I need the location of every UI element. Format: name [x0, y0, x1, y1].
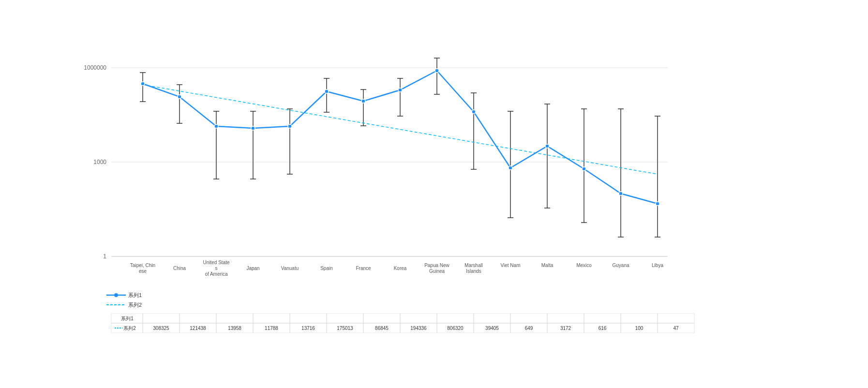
- table-val-mexico: 616: [599, 326, 607, 331]
- table-val-spain: 175013: [337, 326, 353, 331]
- svg-text:ese: ese: [139, 269, 147, 274]
- legend-series2-label: 系列2: [128, 302, 142, 308]
- point-vietnam: [509, 166, 512, 170]
- x-label-marshall: Marshall: [464, 263, 483, 268]
- table-val-libya: 47: [673, 326, 679, 331]
- point-mexico: [582, 167, 586, 171]
- y-label-1000: 1000: [93, 159, 106, 165]
- table-val-taipei: 308325: [153, 326, 169, 331]
- x-label-usa: United State: [203, 260, 229, 265]
- point-spain: [325, 90, 329, 93]
- x-label-spain: Spain: [320, 266, 333, 271]
- main-chart: 1000000 1000 1: [0, 0, 868, 388]
- table-val-japan: 11788: [265, 326, 278, 331]
- x-label-papua: Papua New: [424, 263, 449, 268]
- table-val-papua: 806320: [447, 326, 464, 331]
- svg-text:s: s: [215, 266, 218, 271]
- legend-series1-label: 系列1: [128, 292, 142, 298]
- svg-text:Guinea: Guinea: [429, 269, 445, 274]
- table-val-france: 86845: [375, 326, 389, 331]
- table-series2-label: 系列2: [123, 326, 136, 331]
- x-label-libya: Libya: [652, 263, 663, 268]
- x-label-japan: Japan: [246, 266, 259, 271]
- x-label-malta: Malta: [541, 263, 554, 268]
- x-label-france: France: [356, 266, 371, 271]
- y-label-1: 1: [103, 253, 106, 260]
- point-korea: [398, 88, 402, 92]
- legend-series1-dot: [114, 293, 118, 297]
- table-val-malta: 3172: [560, 326, 571, 331]
- point-vanuatu: [288, 124, 292, 128]
- table-val-china: 121438: [190, 326, 206, 331]
- point-libya: [656, 202, 659, 206]
- table-val-marshall: 39405: [485, 326, 499, 331]
- table-val-guyana: 100: [635, 326, 644, 331]
- x-label-guyana: Guyana: [612, 263, 629, 268]
- point-taipei: [141, 82, 145, 86]
- x-label-vietnam: Viet Nam: [501, 263, 521, 268]
- x-label-mexico: Mexico: [576, 263, 592, 268]
- table-val-usa: 13958: [228, 326, 241, 331]
- table-val-korea: 194336: [410, 326, 427, 331]
- point-papua: [435, 69, 439, 73]
- svg-text:Islands: Islands: [466, 269, 481, 274]
- table-series1-label: 系列1: [121, 316, 134, 321]
- table-val-vietnam: 649: [525, 326, 533, 331]
- y-label-1000000: 1000000: [84, 64, 106, 71]
- x-label-taipei: Taipei, Chin: [130, 263, 155, 268]
- point-usa: [214, 124, 218, 128]
- point-guyana: [619, 192, 623, 195]
- x-label-korea: Korea: [394, 266, 407, 271]
- svg-text:of America: of America: [205, 271, 228, 277]
- chart-container: 1000000 1000 1: [0, 0, 868, 388]
- point-malta: [545, 144, 549, 148]
- point-china: [178, 95, 181, 99]
- table-val-vanuatu: 13716: [301, 326, 315, 331]
- x-label-vanuatu: Vanuatu: [281, 266, 299, 271]
- point-japan: [251, 126, 255, 130]
- point-marshall: [472, 110, 476, 114]
- point-france: [361, 99, 365, 103]
- x-label-china: China: [173, 266, 186, 271]
